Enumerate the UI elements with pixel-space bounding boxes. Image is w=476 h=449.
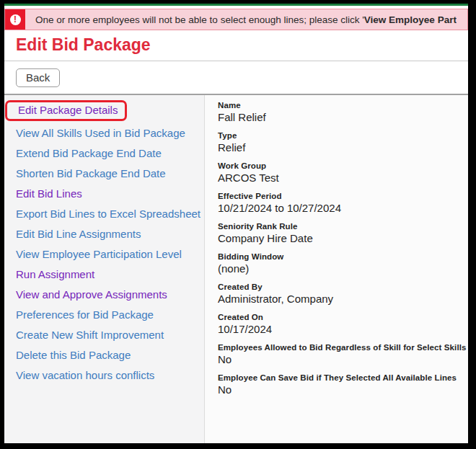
- sidebar-item-shorten-end-date: Shorten Bid Package End Date: [4, 164, 204, 184]
- field-bid-regardless-of-skill: Employees Allowed to Bid Regardless of S…: [218, 343, 468, 365]
- sidebar-item-link[interactable]: Edit Bid Line Assignments: [16, 228, 141, 240]
- field-label: Seniority Rank Rule: [218, 222, 468, 231]
- sidebar-item-run-assignment: Run Assignment: [4, 264, 204, 285]
- warning-message-regular: One or more employees will not be able t…: [35, 14, 364, 25]
- field-value: No: [218, 383, 468, 396]
- sidebar-item-link[interactable]: Export Bid Lines to Excel Spreadsheet: [16, 208, 200, 220]
- field-value: Administrator, Company: [218, 293, 468, 305]
- field-created-by: Created By Administrator, Company: [218, 283, 468, 305]
- sidebar-menu: Edit Package Details View All Skills Use…: [4, 95, 205, 443]
- sidebar-item-link[interactable]: Preferences for Bid Package: [16, 308, 154, 321]
- sidebar-item-link[interactable]: Create New Shift Improvement: [16, 329, 164, 341]
- exclamation-icon: !: [10, 14, 21, 25]
- field-label: Employees Allowed to Bid Regardless of S…: [218, 343, 468, 352]
- field-value: Relief: [218, 141, 468, 154]
- field-label: Effective Period: [218, 192, 468, 200]
- sidebar-item-view-all-skills: View All Skills Used in Bid Package: [4, 123, 204, 143]
- sidebar-item-edit-line-assignments: Edit Bid Line Assignments: [4, 224, 204, 244]
- field-work-group: Work Group ARCOS Test: [218, 161, 468, 184]
- sidebar-item-link[interactable]: View Employee Participation Level: [16, 248, 182, 260]
- field-save-bid-all-lines: Employee Can Save Bid if They Selected A…: [218, 373, 468, 396]
- field-type: Type Relief: [218, 131, 468, 154]
- field-value: 10/21/2024 to 10/27/2024: [218, 202, 468, 214]
- sidebar-item-extend-end-date: Extend Bid Package End Date: [4, 143, 204, 164]
- field-effective-period: Effective Period 10/21/2024 to 10/27/202…: [218, 192, 468, 214]
- sidebar-item-vacation-conflicts: View vacation hours conflicts: [4, 365, 204, 386]
- main-area: Edit Package Details View All Skills Use…: [4, 95, 468, 443]
- field-label: Created By: [218, 283, 468, 291]
- warning-message: One or more employees will not be able t…: [25, 9, 457, 30]
- sidebar-item-link[interactable]: Delete this Bid Package: [16, 349, 131, 361]
- sidebar-item-edit-package-details[interactable]: Edit Package Details: [18, 104, 118, 116]
- screenshot-frame: ! One or more employees will not be able…: [0, 0, 476, 449]
- sidebar-item-link[interactable]: Run Assignment: [16, 268, 94, 280]
- field-value: 10/17/2024: [218, 323, 468, 335]
- sidebar-item-link[interactable]: Extend Bid Package End Date: [16, 147, 162, 159]
- field-value: (none): [218, 262, 468, 275]
- sidebar-item-edit-bid-lines: Edit Bid Lines: [4, 184, 204, 204]
- field-seniority-rank-rule: Seniority Rank Rule Company Hire Date: [218, 222, 468, 244]
- field-bidding-window: Bidding Window (none): [218, 252, 468, 275]
- field-label: Bidding Window: [218, 252, 468, 261]
- field-created-on: Created On 10/17/2024: [218, 313, 468, 335]
- field-label: Employee Can Save Bid if They Selected A…: [218, 373, 468, 382]
- back-button[interactable]: Back: [16, 68, 60, 87]
- sidebar-item-view-participation: View Employee Participation Level: [4, 244, 204, 264]
- highlight-annotation-box: Edit Package Details: [5, 100, 127, 121]
- field-label: Type: [218, 131, 468, 140]
- field-value: No: [218, 353, 468, 365]
- field-label: Name: [218, 101, 468, 110]
- sidebar-item-view-approve-assignments: View and Approve Assignments: [4, 285, 204, 305]
- sidebar-item-link[interactable]: Shorten Bid Package End Date: [16, 167, 166, 179]
- toolbar: Back: [4, 61, 468, 95]
- sidebar-item-preferences: Preferences for Bid Package: [4, 305, 204, 325]
- sidebar-item-create-shift-improvement: Create New Shift Improvement: [4, 325, 204, 345]
- warning-icon-box: !: [5, 9, 25, 30]
- sidebar-item-export-bid-lines: Export Bid Lines to Excel Spreadsheet: [4, 204, 204, 224]
- sidebar-item-link[interactable]: View and Approve Assignments: [16, 288, 167, 301]
- field-value: Fall Relief: [218, 111, 468, 123]
- sidebar-item-link[interactable]: View vacation hours conflicts: [16, 369, 154, 381]
- warning-banner: ! One or more employees will not be able…: [4, 9, 468, 30]
- details-panel: Name Fall Relief Type Relief Work Group …: [205, 95, 468, 443]
- sidebar-item-link[interactable]: Edit Bid Lines: [16, 187, 82, 200]
- field-value: Company Hire Date: [218, 232, 468, 244]
- field-label: Created On: [218, 313, 468, 321]
- sidebar-item-delete-package: Delete this Bid Package: [4, 345, 204, 365]
- page-title: Edit Bid Package: [4, 30, 468, 61]
- field-value: ARCOS Test: [218, 172, 468, 184]
- field-name: Name Fall Relief: [218, 101, 468, 123]
- warning-message-bold: View Employee Part: [364, 14, 457, 25]
- top-green-strip: [4, 4, 468, 6]
- sidebar-item-link[interactable]: View All Skills Used in Bid Package: [16, 127, 185, 139]
- field-label: Work Group: [218, 161, 468, 170]
